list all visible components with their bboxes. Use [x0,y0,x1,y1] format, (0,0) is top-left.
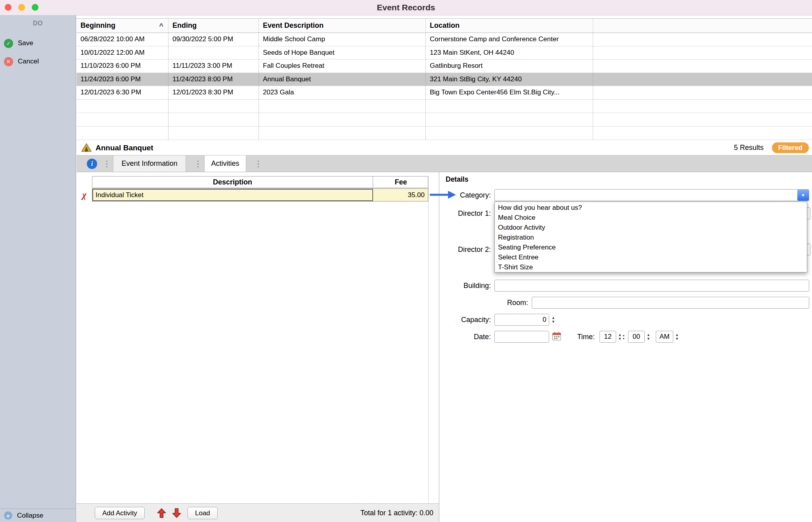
annotation-arrow-icon [429,190,456,202]
cell-description: Middle School Camp [259,33,426,46]
ampm-stepper[interactable]: ▲ ▼ [674,331,680,342]
cell-empty [169,100,259,113]
capacity-field[interactable] [494,314,549,326]
save-button[interactable]: ✓ Save [4,37,33,49]
drag-handle-icon[interactable]: ⋮ [254,155,262,172]
details-title: Details [446,175,468,184]
tab-event-information[interactable]: Event Information [113,155,186,172]
stepper-down-icon[interactable]: ▼ [675,337,679,341]
tab-bar: i ⋮ Event Information ⋮ Activities ⋮ [77,155,812,172]
collapse-sidebar-button[interactable]: « Collapse [0,509,76,522]
sidebar-header: DO [0,15,76,27]
drag-handle-icon[interactable]: ⋮ [194,155,202,172]
stepper-up-icon[interactable]: ▲ [618,333,622,337]
column-header-beginning[interactable]: Beginning ^ [77,19,169,33]
dropdown-option[interactable]: Registration [495,232,807,242]
cell-description: Fall Couples Retreat [259,59,426,73]
cell-beginning: 11/10/2023 6:00 PM [77,59,169,73]
cancel-button[interactable]: ✕ Cancel [4,56,39,67]
cell-beginning: 10/01/2022 12:00 AM [77,46,169,59]
column-header-description[interactable]: Event Description [259,19,426,33]
filtered-badge[interactable]: Filtered [772,142,809,153]
cell-empty [426,113,593,126]
cell-beginning: 06/28/2022 10:00 AM [77,33,169,46]
cancel-label: Cancel [18,58,39,65]
stepper-down-icon[interactable]: ▼ [618,337,622,341]
date-field[interactable] [494,331,549,343]
dropdown-option[interactable]: How did you hear about us? [495,203,807,213]
time-minute-field[interactable] [628,331,645,343]
event-records-window: Event Records DO ✓ Save ✕ Cancel « Colla… [0,0,812,522]
event-row[interactable]: 11/10/2023 6:00 PM 11/11/2023 3:00 PM Fa… [77,59,812,73]
stepper-up-icon[interactable]: ▲ [675,333,679,337]
capacity-stepper[interactable]: ▲ ▼ [550,314,556,325]
cell-empty [593,86,812,99]
room-field[interactable] [532,297,809,309]
building-label: Building: [439,280,491,292]
cell-location: 123 Main StKent, OH 44240 [426,46,593,59]
cell-empty [593,33,812,46]
minute-stepper[interactable]: ▲ ▼ [645,331,651,342]
activities-panel: Description Fee χ Individual Ticket 35.0… [77,172,439,503]
stepper-up-icon[interactable]: ▲ [552,316,555,320]
cell-empty [426,100,593,113]
cell-description: Seeds of Hope Banquet [259,46,426,59]
activity-row[interactable]: Individual Ticket 35.00 [92,188,428,202]
dropdown-option[interactable]: Select Entree [495,252,807,262]
event-row[interactable]: 06/28/2022 10:00 AM 09/30/2022 5:00 PM M… [77,33,812,46]
event-row[interactable]: 10/01/2022 12:00 AM Seeds of Hope Banque… [77,46,812,60]
capacity-label: Capacity: [439,314,491,326]
category-field[interactable] [494,189,809,201]
dropdown-option[interactable]: Meal Choice [495,213,807,223]
sort-ascending-icon: ^ [159,19,163,33]
events-table-header: Beginning ^ Ending Event Description Loc… [77,19,812,33]
move-up-icon[interactable] [156,508,167,518]
cell-empty [77,100,169,113]
column-header-ending[interactable]: Ending [169,19,259,33]
column-header-activity-description: Description [92,177,373,188]
cell-empty [593,100,812,113]
event-row-empty [77,100,812,113]
add-activity-button[interactable]: Add Activity [95,507,145,519]
time-hour-field[interactable] [599,331,616,343]
event-row[interactable]: 12/01/2023 6:30 PM 12/01/2023 8:30 PM 20… [77,86,812,100]
time-ampm-field[interactable] [656,331,673,343]
drag-handle-icon[interactable]: ⋮ [103,155,111,172]
events-table: Beginning ^ Ending Event Description Loc… [77,18,812,140]
info-glyph: i [91,160,93,168]
activity-description-cell[interactable]: Individual Ticket [92,189,373,201]
cell-empty [77,127,169,140]
hour-stepper[interactable]: ▲ ▼ [617,331,623,342]
room-label: Room: [439,297,528,309]
cell-ending: 09/30/2022 5:00 PM [169,33,259,46]
category-dropdown-button[interactable]: ▼ [797,190,809,201]
info-icon[interactable]: i [87,159,97,169]
dropdown-option[interactable]: T-Shirt Size [495,262,807,272]
stepper-down-icon[interactable]: ▼ [552,320,555,324]
dropdown-option[interactable]: Outdoor Activity [495,223,807,232]
column-header-empty [593,19,812,33]
delete-activity-icon[interactable]: χ [77,188,92,202]
activity-fee-cell[interactable]: 35.00 [373,189,429,201]
date-label: Date: [439,331,491,343]
window-title: Event Records [0,0,812,15]
move-down-icon[interactable] [171,508,182,518]
chevron-down-icon: ▼ [801,193,805,198]
load-button[interactable]: Load [188,507,218,519]
tab-activities[interactable]: Activities [204,155,246,172]
cell-empty [593,127,812,140]
cell-beginning: 12/01/2023 6:30 PM [77,86,169,99]
column-header-location[interactable]: Location [426,19,593,33]
building-field[interactable] [494,280,809,292]
event-row-selected[interactable]: 11/24/2023 6:00 PM 11/24/2023 8:00 PM An… [77,73,812,86]
time-separator: : [622,331,625,343]
cell-location: Gatlinburg Resort [426,59,593,73]
cell-empty [593,73,812,86]
cell-ending [169,46,259,59]
cell-ending: 11/11/2023 3:00 PM [169,59,259,73]
titlebar: Event Records [0,0,812,15]
dropdown-option[interactable]: Seating Preference [495,242,807,252]
cell-empty [426,127,593,140]
stepper-up-icon[interactable]: ▲ [647,333,650,337]
stepper-down-icon[interactable]: ▼ [647,337,650,341]
